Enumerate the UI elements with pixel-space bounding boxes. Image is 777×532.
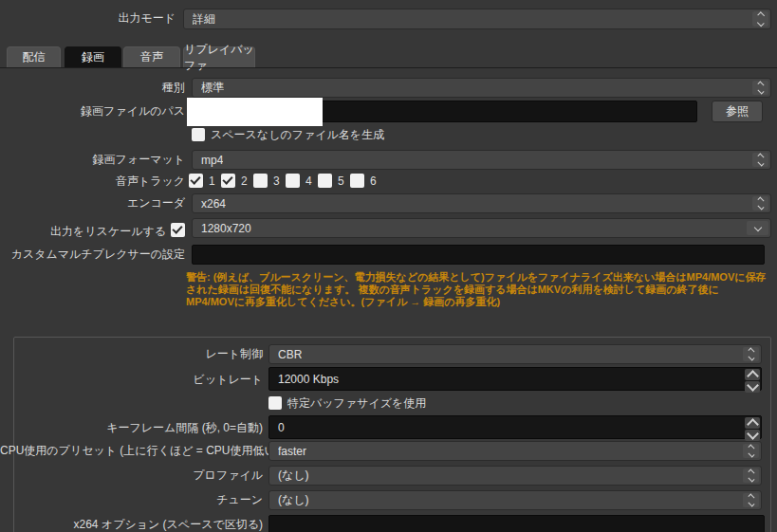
audio-track-4-checkbox[interactable] [286, 174, 300, 188]
tab-replay-buffer-label: リプレイバッファ [184, 42, 254, 74]
buffer-size-label: 特定バッファサイズを使用 [287, 396, 426, 411]
custom-muxer-input[interactable] [192, 245, 765, 265]
chevron-updown-icon [743, 493, 759, 507]
type-value: 標準 [201, 80, 224, 96]
keyframe-interval-spinbox[interactable]: 0 [268, 415, 762, 439]
encoder-select[interactable]: x264 [192, 193, 771, 213]
x264-options-input[interactable] [268, 515, 765, 532]
recording-format-value: mp4 [201, 154, 223, 167]
tab-recording-label: 録画 [82, 49, 104, 65]
rescale-resolution-value: 1280x720 [201, 222, 251, 235]
keyframe-interval-label: キーフレーム間隔 (秒, 0=自動) [0, 421, 263, 435]
audio-track-4-label: 4 [305, 174, 312, 188]
browse-button[interactable]: 参照 [712, 101, 763, 122]
audio-track-5-checkbox[interactable] [318, 174, 332, 188]
cpu-preset-value: faster [278, 445, 306, 458]
profile-select[interactable]: (なし) [268, 466, 762, 486]
tune-select[interactable]: (なし) [268, 490, 762, 510]
output-mode-value: 詳細 [193, 11, 215, 28]
bitrate-label: ビットレート [0, 373, 263, 387]
chevron-updown-icon [752, 11, 768, 27]
type-select[interactable]: 標準 [192, 78, 771, 98]
cpu-preset-select[interactable]: faster [268, 441, 762, 461]
browse-button-label: 参照 [726, 103, 749, 119]
output-mode-label: 出力モード [0, 11, 176, 26]
spinbox-arrows[interactable] [745, 417, 760, 437]
spin-down-icon[interactable] [745, 430, 760, 441]
redaction-overlay [187, 98, 323, 126]
x264-options-label: x264 オプション (スペースで区切る) [0, 518, 263, 532]
audio-track-6-checkbox[interactable] [350, 174, 364, 188]
recording-path-label: 録画ファイルのパス [0, 104, 185, 119]
chevron-down-icon [747, 221, 768, 235]
chevron-updown-icon [752, 153, 768, 167]
chevron-updown-icon [752, 196, 768, 211]
recording-format-label: 録画フォーマット [0, 153, 185, 167]
output-mode-select[interactable]: 詳細 [183, 9, 771, 29]
tab-audio[interactable]: 音声 [123, 46, 180, 67]
no-space-filename-label: スペースなしのファイル名を生成 [211, 128, 384, 142]
profile-label: プロファイル [0, 468, 263, 483]
cpu-preset-label: CPU使用のプリセット (上に行くほど = CPU使用低い) [0, 444, 263, 458]
keyframe-interval-value: 0 [278, 421, 285, 434]
rescale-output-label: 出力をリスケールする [0, 225, 166, 239]
buffer-size-checkbox[interactable] [268, 396, 282, 410]
audio-track-3-label: 3 [273, 174, 280, 188]
bitrate-value: 12000 Kbps [278, 373, 339, 386]
rate-control-select[interactable]: CBR [268, 344, 762, 364]
tab-stream[interactable]: 配信 [7, 46, 61, 67]
audio-track-5-label: 5 [338, 174, 344, 188]
rate-control-label: レート制御 [0, 347, 263, 361]
bitrate-spinbox[interactable]: 12000 Kbps [268, 367, 762, 391]
audio-tracks-label: 音声トラック [0, 174, 185, 189]
profile-value: (なし) [278, 468, 309, 484]
tune-value: (なし) [278, 492, 309, 508]
tab-audio-label: 音声 [140, 49, 163, 65]
audio-track-2-checkbox[interactable] [221, 174, 235, 188]
obs-output-settings: 出力モード 詳細 配信 録画 音声 リプレイバッファ 種別 標準 録画ファイルの… [0, 0, 777, 532]
rescale-resolution-combobox[interactable]: 1280x720 [192, 218, 771, 238]
audio-track-2-label: 2 [241, 174, 248, 188]
encoder-value: x264 [201, 197, 226, 211]
encoder-label: エンコーダ [0, 196, 185, 211]
chevron-updown-icon [743, 347, 759, 361]
custom-muxer-label: カスタムマルチプレクサーの設定 [0, 248, 185, 262]
tab-recording[interactable]: 録画 [65, 46, 121, 67]
tune-label: チューン [0, 493, 263, 507]
chevron-updown-icon [752, 81, 768, 95]
no-space-filename-checkbox[interactable] [192, 128, 205, 141]
rate-control-value: CBR [278, 348, 302, 361]
audio-tracks-group: 1 2 3 4 5 6 [189, 174, 382, 188]
audio-track-1-checkbox[interactable] [189, 174, 203, 188]
spin-down-icon[interactable] [745, 381, 760, 393]
tab-pane-divider [0, 67, 777, 68]
chevron-updown-icon [743, 468, 759, 483]
spinbox-arrows[interactable] [745, 369, 760, 389]
recording-format-select[interactable]: mp4 [192, 150, 771, 170]
audio-track-6-label: 6 [370, 174, 377, 188]
audio-track-3-checkbox[interactable] [253, 174, 268, 188]
audio-track-1-label: 1 [209, 174, 215, 188]
chevron-updown-icon [743, 444, 759, 458]
mp4-warning-text: 警告: (例えば、ブルースクリーン、電力損失などの結果として)ファイルをファイナ… [186, 271, 767, 308]
tab-stream-label: 配信 [23, 49, 46, 65]
rescale-output-checkbox[interactable] [171, 223, 185, 237]
type-label: 種別 [0, 81, 185, 95]
tab-replay-buffer[interactable]: リプレイバッファ [183, 46, 255, 67]
